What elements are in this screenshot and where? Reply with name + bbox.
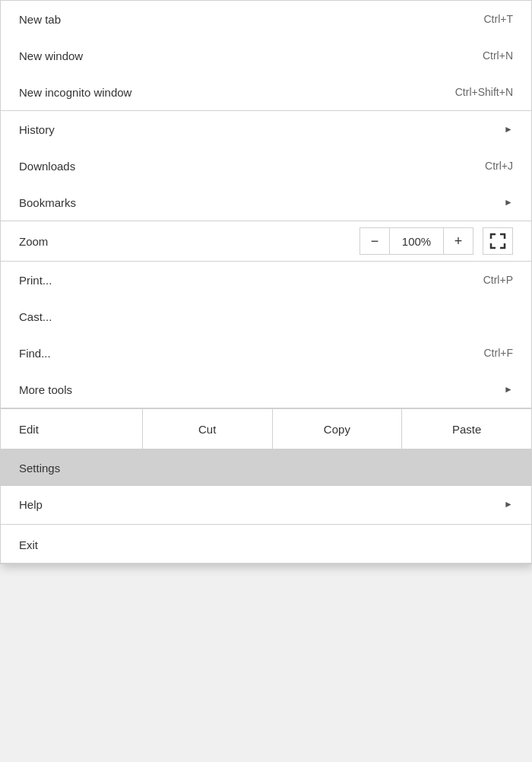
- fullscreen-button[interactable]: [483, 227, 513, 255]
- print-item[interactable]: Print... Ctrl+P: [1, 262, 531, 298]
- bookmarks-label: Bookmarks: [19, 196, 76, 209]
- paste-button[interactable]: Paste: [401, 409, 531, 449]
- edit-item[interactable]: Edit: [1, 413, 142, 446]
- zoom-label: Zoom: [19, 235, 48, 248]
- find-item[interactable]: Find... Ctrl+F: [1, 335, 531, 371]
- exit-item[interactable]: Exit: [1, 526, 531, 563]
- cut-button[interactable]: Cut: [142, 409, 272, 449]
- help-label: Help: [19, 498, 43, 511]
- settings-label: Settings: [19, 462, 60, 475]
- new-tab-shortcut: Ctrl+T: [484, 13, 514, 25]
- zoom-minus-icon: −: [371, 233, 379, 249]
- print-shortcut: Ctrl+P: [483, 274, 513, 286]
- new-window-item[interactable]: New window Ctrl+N: [1, 37, 531, 74]
- paste-label: Paste: [452, 423, 481, 436]
- more-tools-arrow-icon: ►: [504, 384, 513, 395]
- zoom-row: Zoom − 100% +: [1, 221, 531, 261]
- exit-label: Exit: [19, 538, 38, 551]
- menu-section-new: New tab Ctrl+T New window Ctrl+N New inc…: [1, 1, 531, 111]
- new-incognito-item[interactable]: New incognito window Ctrl+Shift+N: [1, 74, 531, 110]
- help-item[interactable]: Help ►: [1, 486, 531, 522]
- more-tools-label: More tools: [19, 383, 72, 396]
- more-tools-item[interactable]: More tools ►: [1, 371, 531, 408]
- print-label: Print...: [19, 274, 52, 287]
- zoom-increase-button[interactable]: +: [443, 227, 473, 255]
- settings-item[interactable]: Settings: [1, 449, 531, 486]
- copy-button[interactable]: Copy: [272, 409, 402, 449]
- zoom-decrease-button[interactable]: −: [359, 227, 390, 255]
- menu-section-browse: History ► Downloads Ctrl+J Bookmarks ►: [1, 111, 531, 221]
- new-tab-item[interactable]: New tab Ctrl+T: [1, 1, 531, 37]
- new-incognito-shortcut: Ctrl+Shift+N: [455, 86, 513, 98]
- menu-section-zoom: Zoom − 100% +: [1, 221, 531, 262]
- fullscreen-icon: [489, 233, 506, 249]
- edit-row: Edit Cut Copy Paste: [1, 408, 531, 449]
- new-tab-label: New tab: [19, 13, 61, 26]
- zoom-controls: − 100% +: [359, 227, 473, 255]
- zoom-plus-icon: +: [454, 233, 463, 249]
- history-label: History: [19, 123, 55, 136]
- menu-section-system: Settings Help ► Exit: [1, 449, 531, 564]
- menu-section-tools: Print... Ctrl+P Cast... Find... Ctrl+F M…: [1, 262, 531, 408]
- downloads-shortcut: Ctrl+J: [485, 160, 513, 172]
- exit-divider: [1, 524, 531, 525]
- downloads-item[interactable]: Downloads Ctrl+J: [1, 148, 531, 184]
- cast-label: Cast...: [19, 310, 52, 323]
- cut-label: Cut: [198, 423, 216, 436]
- copy-label: Copy: [324, 423, 350, 436]
- new-window-label: New window: [19, 49, 83, 62]
- downloads-label: Downloads: [19, 160, 75, 173]
- find-label: Find...: [19, 347, 51, 360]
- find-shortcut: Ctrl+F: [484, 347, 514, 359]
- history-arrow-icon: ►: [504, 124, 513, 135]
- edit-label-text: Edit: [19, 423, 39, 436]
- history-item[interactable]: History ►: [1, 111, 531, 148]
- cast-item[interactable]: Cast...: [1, 298, 531, 335]
- help-arrow-icon: ►: [504, 499, 513, 510]
- bookmarks-arrow-icon: ►: [504, 197, 513, 208]
- context-menu: New tab Ctrl+T New window Ctrl+N New inc…: [0, 0, 532, 564]
- new-incognito-label: New incognito window: [19, 86, 131, 99]
- zoom-value-display: 100%: [390, 227, 443, 255]
- new-window-shortcut: Ctrl+N: [483, 49, 513, 62]
- bookmarks-item[interactable]: Bookmarks ►: [1, 184, 531, 221]
